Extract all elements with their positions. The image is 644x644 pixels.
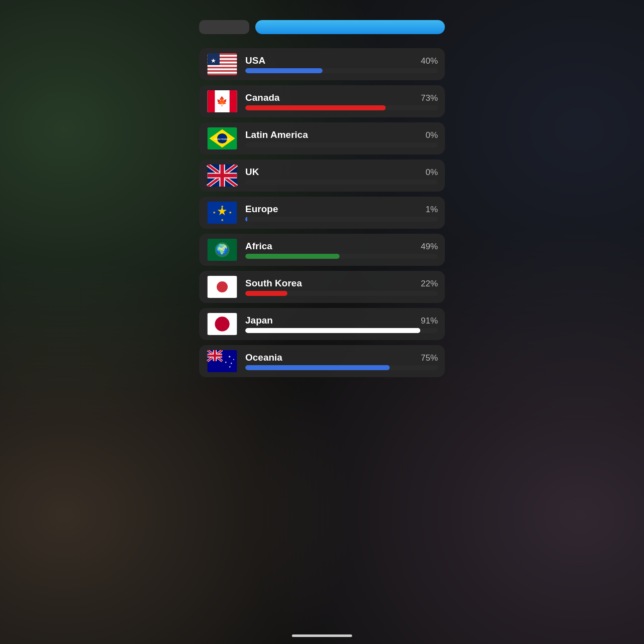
item-content: Canada 73% (245, 92, 438, 110)
item-content: South Korea 22% (245, 278, 438, 296)
svg-text:★: ★ (221, 204, 224, 209)
item-top: Latin America 0% (245, 129, 438, 140)
svg-text:🌍: 🌍 (216, 243, 229, 255)
region-list: ★ USA 40% 🍁 Canada 73% (199, 48, 445, 377)
header-row (199, 20, 445, 34)
list-item[interactable]: ★ ★ ★ ★ ★ Europe 1% (199, 197, 445, 229)
list-item[interactable]: South Korea 22% (199, 271, 445, 303)
item-top: Africa 49% (245, 241, 438, 252)
bar-track (245, 291, 438, 296)
item-name: Europe (245, 204, 278, 215)
popularity-button[interactable] (255, 20, 445, 34)
flag-japan (206, 313, 238, 335)
bar-fill (245, 365, 390, 370)
flag-australia: ★ ★ ★ ★ ★ (206, 350, 238, 372)
list-item[interactable]: ★ ★ ★ ★ ★ Oceania 75% (199, 345, 445, 377)
svg-text:★: ★ (211, 57, 216, 64)
item-pct: 91% (421, 316, 438, 326)
item-name: Latin America (245, 129, 308, 140)
bar-fill (245, 254, 340, 259)
flag-eu: ★ ★ ★ ★ ★ (206, 202, 238, 224)
list-item[interactable]: ★ USA 40% (199, 48, 445, 80)
item-name: UK (245, 167, 259, 178)
item-content: USA 40% (245, 55, 438, 73)
bar-track (245, 68, 438, 73)
svg-rect-4 (208, 65, 237, 67)
item-top: Japan 91% (245, 315, 438, 326)
svg-rect-6 (208, 72, 237, 73)
item-name: South Korea (245, 278, 302, 289)
svg-rect-5 (208, 68, 237, 70)
svg-text:★: ★ (213, 210, 216, 215)
item-pct: 0% (425, 130, 438, 140)
back-button[interactable] (199, 20, 249, 34)
item-name: Canada (245, 92, 280, 103)
bar-track (245, 180, 438, 185)
home-indicator (292, 634, 352, 637)
item-top: USA 40% (245, 55, 438, 66)
item-content: Oceania 75% (245, 352, 438, 370)
list-item[interactable]: ORDEM E PROGRESSO Latin America 0% (199, 122, 445, 154)
item-pct: 49% (421, 242, 438, 252)
item-pct: 73% (421, 93, 438, 103)
bar-fill (245, 291, 287, 296)
item-content: UK 0% (245, 167, 438, 185)
item-pct: 0% (425, 168, 438, 178)
svg-text:★: ★ (228, 355, 231, 358)
flag-africa: 🌍 (206, 239, 238, 261)
item-pct: 40% (421, 56, 438, 66)
item-top: Oceania 75% (245, 352, 438, 363)
main-panel: ★ USA 40% 🍁 Canada 73% (199, 20, 445, 377)
bar-fill (245, 68, 323, 73)
item-pct: 1% (425, 205, 438, 215)
svg-text:★: ★ (233, 359, 235, 361)
bar-track (245, 105, 438, 110)
list-item[interactable]: Japan 91% (199, 308, 445, 340)
item-name: Oceania (245, 352, 282, 363)
svg-point-15 (217, 133, 227, 143)
bar-track (245, 328, 438, 333)
flag-usa: ★ (206, 53, 238, 75)
bar-track (245, 217, 438, 222)
bar-fill (245, 217, 247, 222)
list-item[interactable]: 🌍 Africa 49% (199, 234, 445, 266)
bar-track (245, 254, 438, 259)
item-content: Africa 49% (245, 241, 438, 259)
bar-fill (245, 105, 386, 110)
item-name: Africa (245, 241, 272, 252)
flag-uk (206, 165, 238, 187)
flag-korea (206, 276, 238, 298)
list-item[interactable]: UK 0% (199, 159, 445, 192)
item-top: South Korea 22% (245, 278, 438, 289)
item-top: Canada 73% (245, 92, 438, 103)
item-content: Japan 91% (245, 315, 438, 333)
item-name: USA (245, 55, 265, 66)
svg-point-30 (215, 316, 229, 331)
item-pct: 75% (421, 353, 438, 363)
item-content: Latin America 0% (245, 129, 438, 147)
item-top: UK 0% (245, 167, 438, 178)
svg-text:★: ★ (229, 210, 232, 215)
svg-rect-10 (208, 90, 215, 112)
svg-rect-11 (230, 90, 237, 112)
bar-fill (245, 328, 420, 333)
item-top: Europe 1% (245, 204, 438, 215)
bar-track (245, 365, 438, 370)
bar-track (245, 142, 438, 147)
item-name: Japan (245, 315, 273, 326)
svg-text:🍁: 🍁 (217, 96, 228, 107)
item-content: Europe 1% (245, 204, 438, 222)
list-item[interactable]: 🍁 Canada 73% (199, 85, 445, 117)
item-pct: 22% (421, 279, 438, 289)
svg-text:★: ★ (221, 218, 224, 222)
flag-canada: 🍁 (206, 90, 238, 112)
flag-brazil: ORDEM E PROGRESSO (206, 127, 238, 149)
